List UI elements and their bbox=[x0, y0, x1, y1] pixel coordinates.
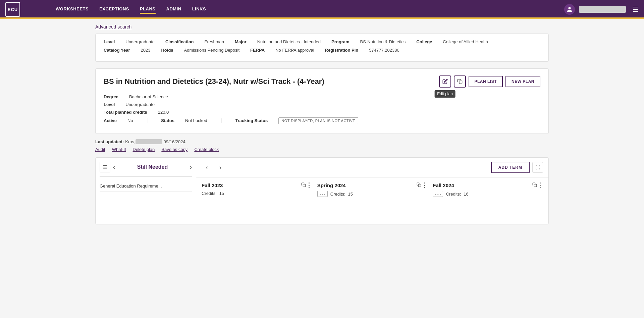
term-fall-2024-header: Fall 2024 ⋮ bbox=[433, 181, 543, 189]
term-fall-2023-copy-icon[interactable] bbox=[301, 182, 306, 188]
holds-value: Admissions Pending Deposit bbox=[184, 48, 239, 53]
student-info-row-1: Level Undergraduate Classification Fresh… bbox=[104, 39, 540, 44]
hamburger-icon: ☰ bbox=[103, 164, 107, 170]
total-credits-value: 120.0 bbox=[158, 110, 169, 115]
program-label: Program bbox=[331, 39, 349, 44]
delete-plan-link[interactable]: Delete plan bbox=[133, 147, 155, 152]
last-updated-row: Last updated: Kros, 09/16/2024 bbox=[95, 139, 549, 144]
svg-rect-3 bbox=[534, 184, 537, 187]
term-spring-2024-copy-icon[interactable] bbox=[417, 182, 421, 188]
term-fall-2024-credits: - - - Credits: 16 bbox=[433, 191, 543, 197]
last-updated-label: Last updated: bbox=[95, 139, 124, 144]
major-label: Major bbox=[235, 39, 247, 44]
edit-plan-tooltip: Edit plan bbox=[434, 90, 455, 98]
term-fall-2024-dash-badge: - - - bbox=[433, 191, 443, 197]
nav-plans[interactable]: PLANS bbox=[140, 5, 156, 14]
plan-level-row: Level Undergraduate bbox=[104, 102, 540, 107]
term-fall-2023: Fall 2023 ⋮ Credits: 15 bbox=[202, 181, 312, 220]
degree-value: Bachelor of Science bbox=[129, 94, 168, 99]
active-value: No bbox=[127, 118, 133, 123]
degree-label: Degree bbox=[104, 94, 118, 99]
holds-label: Holds bbox=[161, 48, 173, 53]
college-label: College bbox=[416, 39, 432, 44]
status-label: Status bbox=[161, 118, 174, 123]
last-updated-author-blurred bbox=[136, 139, 162, 144]
hamburger-menu-icon[interactable]: ☰ bbox=[633, 5, 639, 13]
nav-links-item[interactable]: LINKS bbox=[192, 5, 206, 14]
student-info-card: Level Undergraduate Classification Fresh… bbox=[95, 34, 549, 62]
student-info-row-2: Catalog Year 2023 Holds Admissions Pendi… bbox=[104, 48, 540, 53]
plan-actions: Edit plan PLAN LIST NEW PLAN bbox=[439, 75, 541, 88]
svg-rect-2 bbox=[419, 184, 421, 187]
advanced-search-link[interactable]: Advanced search bbox=[95, 24, 131, 30]
term-fall-2023-header: Fall 2023 ⋮ bbox=[202, 181, 312, 189]
plan-level-value: Undergraduate bbox=[125, 102, 155, 107]
separator: | bbox=[147, 118, 148, 123]
separator2: | bbox=[221, 118, 222, 123]
svg-rect-1 bbox=[303, 184, 306, 187]
still-needed-nav: ‹ Still Needed › bbox=[113, 164, 192, 171]
plan-credits-row: Total planned credits 120.0 bbox=[104, 110, 540, 115]
catalog-year-label: Catalog Year bbox=[104, 48, 130, 53]
still-needed-next-arrow[interactable]: › bbox=[190, 164, 192, 171]
expand-icon: ⛶ bbox=[535, 165, 540, 170]
last-updated-date: 09/16/2024 bbox=[164, 139, 185, 144]
program-value: BS-Nutrition & Dietetics bbox=[360, 39, 406, 44]
term-spring-2024-credits: - - - Credits: 15 bbox=[317, 191, 428, 197]
ferpa-label: FERPA bbox=[250, 48, 265, 53]
user-avatar bbox=[564, 4, 575, 15]
svg-rect-0 bbox=[459, 81, 462, 84]
term-fall-2023-menu-icon[interactable]: ⋮ bbox=[306, 181, 312, 189]
still-needed-content: General Education Requireme... bbox=[100, 176, 192, 192]
terms-next-arrow[interactable]: › bbox=[215, 162, 226, 173]
plan-level-label: Level bbox=[104, 102, 115, 107]
hamburger-button[interactable]: ☰ bbox=[100, 162, 110, 172]
plan-list-button[interactable]: PLAN LIST bbox=[469, 76, 503, 87]
classification-value: Freshman bbox=[205, 39, 224, 44]
main-content: Advanced search Level Undergraduate Clas… bbox=[87, 19, 557, 230]
plan-title: BS in Nutrition and Dietetics (23-24), N… bbox=[104, 77, 439, 86]
add-term-button[interactable]: ADD TERM bbox=[491, 162, 530, 173]
nav-exceptions[interactable]: EXCEPTIONS bbox=[99, 5, 129, 14]
tracking-status-label: Tracking Status bbox=[235, 118, 268, 123]
level-value: Undergraduate bbox=[125, 39, 155, 44]
term-fall-2024-menu-icon[interactable]: ⋮ bbox=[537, 181, 543, 189]
major-value: Nutrition and Dietetics - Intended bbox=[257, 39, 321, 44]
ecu-logo-icon: ECU bbox=[5, 2, 20, 17]
expand-button[interactable]: ⛶ bbox=[532, 162, 543, 173]
plan-card: BS in Nutrition and Dietetics (23-24), N… bbox=[95, 68, 549, 134]
tracking-status-badge: NOT DISPLAYED, PLAN IS NOT ACTIVE bbox=[278, 117, 358, 124]
registration-pin-label: Registration Pin bbox=[325, 48, 359, 53]
status-value: Not Locked bbox=[185, 118, 207, 123]
nav-worksheets[interactable]: WORKSHEETS bbox=[56, 5, 89, 14]
new-plan-button[interactable]: NEW PLAN bbox=[505, 76, 540, 87]
classification-label: Classification bbox=[165, 39, 194, 44]
terms-prev-arrow[interactable]: ‹ bbox=[202, 162, 212, 173]
nav-links: WORKSHEETS EXCEPTIONS PLANS ADMIN LINKS bbox=[56, 5, 564, 14]
term-spring-2024: Spring 2024 ⋮ - - - Credits: 15 bbox=[317, 181, 428, 220]
plan-degree-row: Degree Bachelor of Science bbox=[104, 94, 540, 99]
term-fall-2023-title: Fall 2023 bbox=[202, 182, 300, 188]
action-links: Audit What-If Delete plan Save as copy C… bbox=[95, 147, 549, 152]
copy-plan-button[interactable] bbox=[454, 75, 466, 88]
catalog-year-value: 2023 bbox=[141, 48, 151, 53]
still-needed-panel: ☰ ‹ Still Needed › General Education Req… bbox=[96, 158, 196, 224]
audit-link[interactable]: Audit bbox=[95, 147, 105, 152]
level-label: Level bbox=[104, 39, 115, 44]
terms-toolbar: ‹ › ADD TERM ⛶ bbox=[196, 158, 548, 177]
registration-pin-value: 574777,202380 bbox=[369, 48, 399, 53]
still-needed-prev-arrow[interactable]: ‹ bbox=[113, 164, 115, 171]
term-spring-2024-menu-icon[interactable]: ⋮ bbox=[421, 181, 427, 189]
still-needed-header: ☰ ‹ Still Needed › bbox=[100, 162, 192, 172]
create-block-link[interactable]: Create block bbox=[194, 147, 219, 152]
nav-admin[interactable]: ADMIN bbox=[166, 5, 181, 14]
top-navigation: ECU WORKSHEETS EXCEPTIONS PLANS ADMIN LI… bbox=[0, 0, 644, 19]
term-fall-2024-copy-icon[interactable] bbox=[532, 182, 537, 188]
plan-header: BS in Nutrition and Dietetics (23-24), N… bbox=[104, 75, 540, 88]
whatif-link[interactable]: What-If bbox=[112, 147, 126, 152]
save-as-copy-link[interactable]: Save as copy bbox=[161, 147, 187, 152]
still-needed-title: Still Needed bbox=[137, 164, 168, 170]
last-updated-author: Kros, bbox=[125, 139, 135, 144]
edit-plan-button[interactable]: Edit plan bbox=[439, 75, 451, 88]
term-spring-2024-title: Spring 2024 bbox=[317, 182, 416, 188]
